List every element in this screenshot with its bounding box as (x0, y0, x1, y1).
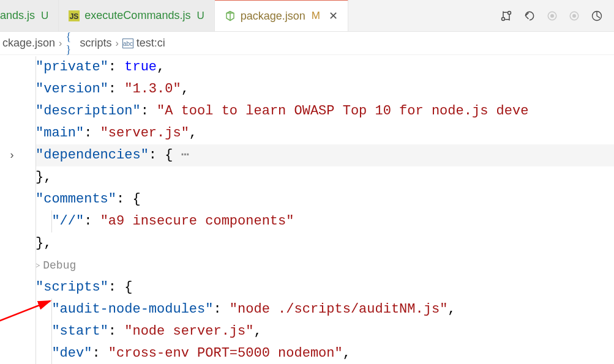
svg-point-5 (573, 14, 576, 17)
npm-file-icon (225, 10, 236, 21)
svg-text:JS: JS (70, 12, 79, 21)
code-line[interactable]: "private": true, (36, 56, 614, 78)
chevron-right-icon: › (115, 38, 118, 49)
code-line[interactable]: "version": "1.3.0", (36, 78, 614, 100)
compare-changes-icon[interactable] (500, 10, 512, 22)
code-line[interactable]: }, (36, 232, 614, 254)
editor-toolbar (492, 0, 614, 31)
breadcrumb-file[interactable]: ckage.json (2, 37, 55, 50)
tab-label: executeCommands.js (84, 9, 190, 22)
breadcrumb-label: scripts (80, 37, 111, 50)
braces-icon: { } (66, 38, 77, 49)
fold-placeholder[interactable]: ⋯ (173, 147, 189, 163)
string-icon: abc (122, 38, 133, 49)
js-file-icon: JS (69, 10, 80, 21)
code-line[interactable]: "audit-node-modules": "node ./scripts/au… (36, 299, 614, 321)
svg-text:abc: abc (123, 40, 133, 47)
tab-status-badge: M (312, 10, 320, 22)
close-icon[interactable]: ✕ (329, 9, 338, 23)
breadcrumb-label: test:ci (137, 37, 165, 50)
breadcrumb: ckage.json › { } scripts › abc test:ci (0, 32, 614, 55)
tab-package-json[interactable]: package.json M ✕ (215, 0, 348, 31)
discard-changes-icon[interactable] (523, 10, 536, 22)
tab-label: package.json (241, 10, 305, 23)
code-line-folded[interactable]: ›"dependencies": { ⋯ (36, 144, 614, 166)
svg-point-3 (551, 14, 554, 17)
code-line[interactable]: "scripts": { (36, 277, 614, 299)
breadcrumb-label: ckage.json (2, 37, 55, 50)
breadcrumb-scripts[interactable]: { } scripts (66, 37, 111, 50)
tab-ands-js[interactable]: ands.js U (0, 0, 59, 31)
chevron-right-icon[interactable]: › (9, 144, 15, 166)
code-line[interactable]: "description": "A tool to learn OWASP To… (36, 100, 614, 122)
code-editor[interactable]: "private": true, "version": "1.3.0", "de… (0, 55, 614, 364)
code-line[interactable]: "start": "node server.js", (36, 321, 614, 343)
tab-execute-commands-js[interactable]: JS executeCommands.js U (59, 0, 214, 31)
run-icon[interactable] (591, 10, 603, 22)
tab-label: ands.js (0, 9, 35, 22)
code-line[interactable]: "comments": { (36, 188, 614, 210)
code-line[interactable]: }, (36, 166, 614, 188)
prev-change-icon[interactable] (547, 10, 558, 21)
play-icon: ▷ (36, 254, 40, 277)
code-line[interactable]: "main": "server.js", (36, 122, 614, 144)
chevron-right-icon: › (59, 38, 62, 49)
debug-label: Debug (43, 254, 76, 277)
next-change-icon[interactable] (569, 10, 580, 21)
tab-status-badge: U (197, 10, 204, 22)
code-line[interactable]: "//": "a9 insecure components" (36, 210, 614, 232)
editor-tab-bar: ands.js U JS executeCommands.js U packag… (0, 0, 614, 32)
code-line[interactable]: "dev": "cross-env PORT=5000 nodemon", (36, 343, 614, 364)
debug-codelens[interactable]: ▷Debug (36, 254, 614, 277)
breadcrumb-test-ci[interactable]: abc test:ci (122, 37, 165, 50)
tab-status-badge: U (41, 10, 48, 22)
